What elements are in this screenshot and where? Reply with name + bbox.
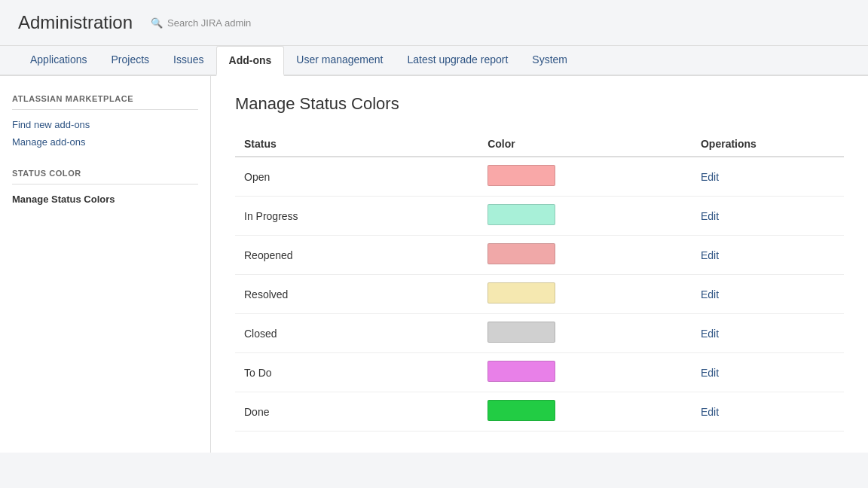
table-row: ReopenedEdit	[235, 236, 844, 275]
color-cell	[478, 353, 692, 392]
color-swatch	[487, 400, 555, 421]
status-label: Open	[235, 157, 478, 197]
color-swatch	[487, 243, 555, 264]
sidebar-section-statuscolor-title: STATUS COLOR	[12, 169, 198, 185]
color-cell	[478, 314, 692, 353]
color-swatch	[487, 322, 555, 343]
header: Administration 🔍 Search JIRA admin	[0, 0, 868, 46]
nav-item-applications[interactable]: Applications	[18, 46, 99, 76]
sidebar-link-find-addons[interactable]: Find new add-ons	[12, 116, 198, 133]
nav-item-addons[interactable]: Add-ons	[216, 46, 285, 76]
sidebar: ATLASSIAN MARKETPLACE Find new add-ons M…	[0, 76, 211, 453]
sidebar-link-manage-addons[interactable]: Manage add-ons	[12, 133, 198, 151]
status-label: To Do	[235, 353, 478, 392]
status-label: Resolved	[235, 275, 478, 314]
table-row: ClosedEdit	[235, 314, 844, 353]
status-table: Status Color Operations OpenEditIn Progr…	[235, 132, 844, 432]
sidebar-section-marketplace-title: ATLASSIAN MARKETPLACE	[12, 94, 198, 110]
edit-link[interactable]: Edit	[701, 210, 719, 222]
color-cell	[478, 197, 692, 236]
table-row: OpenEdit	[235, 157, 844, 197]
color-swatch	[487, 204, 555, 225]
operations-cell: Edit	[692, 157, 844, 197]
nav-item-projects[interactable]: Projects	[99, 46, 162, 76]
col-header-color: Color	[478, 132, 692, 157]
sidebar-active-manage-colors: Manage Status Colors	[12, 191, 198, 208]
color-swatch	[487, 361, 555, 382]
operations-cell: Edit	[692, 392, 844, 432]
table-row: In ProgressEdit	[235, 197, 844, 236]
edit-link[interactable]: Edit	[701, 406, 719, 418]
edit-link[interactable]: Edit	[701, 367, 719, 379]
color-cell	[478, 275, 692, 314]
color-swatch	[487, 165, 555, 186]
color-cell	[478, 392, 692, 432]
page-title: Manage Status Colors	[235, 94, 844, 114]
edit-link[interactable]: Edit	[701, 328, 719, 340]
operations-cell: Edit	[692, 236, 844, 275]
search-icon: 🔍	[151, 17, 163, 29]
status-label: Reopened	[235, 236, 478, 275]
col-header-operations: Operations	[692, 132, 844, 157]
table-row: To DoEdit	[235, 353, 844, 392]
nav-item-usermgmt[interactable]: User management	[284, 46, 395, 76]
edit-link[interactable]: Edit	[701, 288, 719, 300]
color-cell	[478, 157, 692, 197]
operations-cell: Edit	[692, 275, 844, 314]
edit-link[interactable]: Edit	[701, 171, 719, 183]
nav-item-issues[interactable]: Issues	[161, 46, 215, 76]
status-label: In Progress	[235, 197, 478, 236]
status-label: Closed	[235, 314, 478, 353]
nav-item-upgrade[interactable]: Latest upgrade report	[395, 46, 520, 76]
sidebar-section-marketplace: ATLASSIAN MARKETPLACE Find new add-ons M…	[12, 94, 198, 151]
search-box[interactable]: 🔍 Search JIRA admin	[151, 17, 251, 29]
edit-link[interactable]: Edit	[701, 249, 719, 261]
status-label: Done	[235, 392, 478, 432]
operations-cell: Edit	[692, 314, 844, 353]
color-swatch	[487, 282, 555, 303]
col-header-status: Status	[235, 132, 478, 157]
search-placeholder-text[interactable]: Search JIRA admin	[167, 17, 251, 29]
layout: ATLASSIAN MARKETPLACE Find new add-ons M…	[0, 76, 868, 453]
nav-bar: Applications Projects Issues Add-ons Use…	[0, 46, 868, 76]
table-row: DoneEdit	[235, 392, 844, 432]
nav-item-system[interactable]: System	[520, 46, 579, 76]
table-row: ResolvedEdit	[235, 275, 844, 314]
sidebar-section-statuscolor: STATUS COLOR Manage Status Colors	[12, 169, 198, 208]
operations-cell: Edit	[692, 353, 844, 392]
color-cell	[478, 236, 692, 275]
page-header-title: Administration	[18, 12, 133, 33]
operations-cell: Edit	[692, 197, 844, 236]
main-content: Manage Status Colors Status Color Operat…	[211, 76, 868, 453]
